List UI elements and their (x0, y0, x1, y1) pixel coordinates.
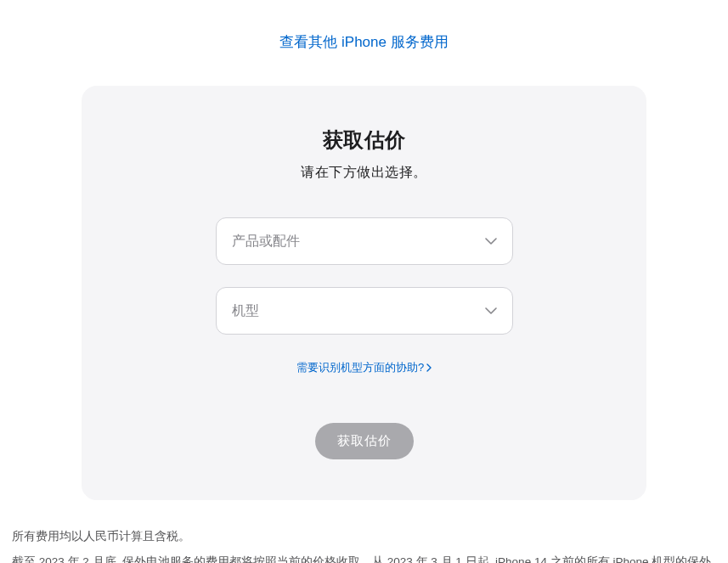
footer-line1: 所有费用均以人民币计算且含税。 (12, 524, 716, 549)
product-select[interactable]: 产品或配件 (216, 217, 513, 265)
card-subtitle: 请在下方做出选择。 (116, 164, 612, 182)
chevron-down-icon (485, 238, 497, 245)
get-estimate-button[interactable]: 获取估价 (315, 423, 414, 459)
footer-line2: 截至 2023 年 2 月底, 保外电池服务的费用都将按照当前的价格收取。从 2… (12, 549, 716, 563)
footer-line2-part1: 截至 2023 年 2 月底, 保外电池服务的费用都将按照当前的价格收取。从 2… (12, 555, 711, 563)
model-select-wrap: 机型 (216, 287, 513, 335)
chevron-down-icon (485, 307, 497, 314)
estimate-card: 获取估价 请在下方做出选择。 产品或配件 机型 需要识别机型方面的协助? (82, 86, 646, 500)
identify-model-help-link[interactable]: 需要识别机型方面的协助? (296, 360, 432, 375)
submit-wrap: 获取估价 (116, 423, 612, 459)
product-select-placeholder: 产品或配件 (232, 233, 300, 251)
other-services-link[interactable]: 查看其他 iPhone 服务费用 (279, 34, 448, 50)
chevron-right-icon (426, 363, 432, 372)
top-other-services-link-wrap: 查看其他 iPhone 服务费用 (0, 0, 728, 76)
card-title: 获取估价 (116, 127, 612, 154)
product-select-wrap: 产品或配件 (216, 217, 513, 265)
model-select-placeholder: 机型 (232, 302, 259, 320)
help-link-label: 需要识别机型方面的协助? (296, 360, 424, 375)
footer-notes: 所有费用均以人民币计算且含税。 截至 2023 年 2 月底, 保外电池服务的费… (5, 500, 723, 563)
model-select[interactable]: 机型 (216, 287, 513, 335)
